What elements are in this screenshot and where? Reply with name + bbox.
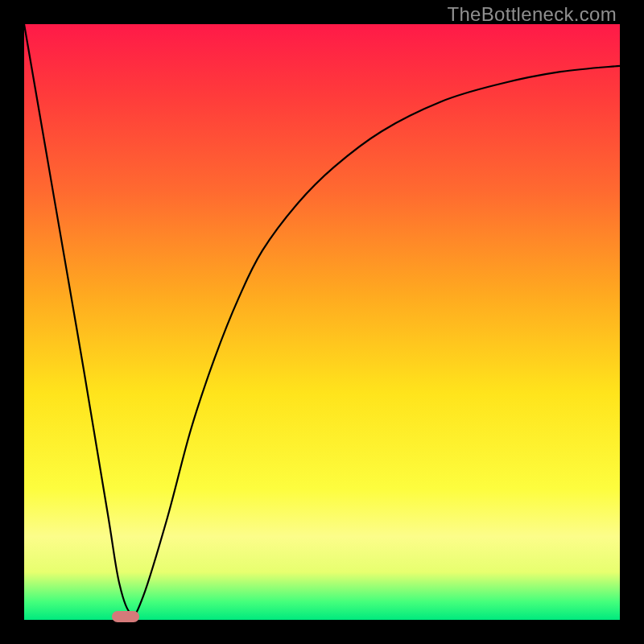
watermark-text: TheBottleneck.com: [447, 3, 617, 26]
chart-frame: TheBottleneck.com: [0, 0, 644, 644]
bottleneck-curve-path: [24, 24, 620, 614]
optimal-marker: [112, 611, 139, 622]
plot-area: [24, 24, 620, 620]
curve-svg: [24, 24, 620, 620]
